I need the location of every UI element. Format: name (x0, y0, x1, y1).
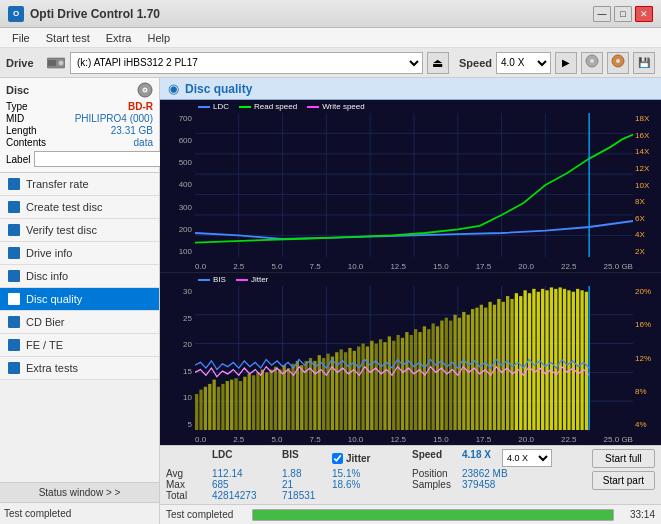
svg-rect-68 (322, 358, 325, 430)
max-bis: 21 (282, 479, 332, 490)
disc-label-input[interactable] (34, 151, 167, 167)
svg-rect-80 (375, 344, 378, 430)
progress-bar-outer (252, 509, 614, 521)
svg-rect-126 (576, 289, 579, 430)
svg-rect-67 (318, 355, 321, 430)
disc-type-row: Type BD-R (6, 101, 153, 112)
jitter-label: Jitter (346, 453, 370, 464)
sidebar-item-disc-quality[interactable]: Disc quality (0, 288, 159, 311)
disc-contents-row: Contents data (6, 137, 153, 148)
svg-rect-53 (256, 372, 259, 430)
svg-rect-51 (248, 374, 251, 430)
minimize-button[interactable]: — (593, 6, 611, 22)
speed-apply-button[interactable]: ▶ (555, 52, 577, 74)
content-header: ◉ Disc quality (160, 78, 661, 100)
menu-file[interactable]: File (4, 30, 38, 46)
sidebar-item-verify-test-disc[interactable]: Verify test disc (0, 219, 159, 242)
svg-point-9 (144, 89, 146, 91)
svg-rect-124 (567, 290, 570, 430)
start-part-button[interactable]: Start part (592, 471, 655, 490)
save-button[interactable]: 💾 (633, 52, 655, 74)
svg-rect-128 (585, 292, 588, 430)
menu-extra[interactable]: Extra (98, 30, 140, 46)
svg-rect-100 (462, 312, 465, 430)
app-title: Opti Drive Control 1.70 (30, 7, 160, 21)
chart-bottom-svg (195, 286, 633, 430)
app-logo: O (8, 6, 24, 22)
sidebar-item-drive-info[interactable]: Drive info (0, 242, 159, 265)
avg-bis: 1.88 (282, 468, 332, 479)
svg-rect-113 (519, 296, 522, 430)
svg-rect-83 (388, 336, 391, 430)
svg-rect-81 (379, 339, 382, 430)
max-jitter: 18.6% (332, 479, 412, 490)
drive-select[interactable]: (k:) ATAPI iHBS312 2 PL17 (70, 52, 423, 74)
svg-rect-82 (383, 342, 386, 430)
sidebar-item-transfer-rate[interactable]: Transfer rate (0, 173, 159, 196)
maximize-button[interactable]: □ (614, 6, 632, 22)
status-bar: Test completed (0, 502, 159, 524)
chart-bottom: BIS Jitter 30 25 20 15 10 5 (160, 273, 661, 445)
svg-rect-47 (230, 380, 233, 430)
svg-rect-88 (410, 335, 413, 430)
disc-label-row: Label ⚙ (6, 150, 153, 168)
chart-top-svg (195, 113, 633, 257)
svg-rect-41 (204, 387, 207, 430)
svg-rect-46 (226, 381, 229, 430)
status-complete-text: Test completed (166, 509, 246, 520)
speed-label: Speed (459, 57, 492, 69)
svg-rect-114 (524, 290, 527, 430)
svg-point-4 (590, 59, 594, 63)
sidebar-item-extra-tests[interactable]: Extra tests (0, 357, 159, 380)
drive-label: Drive (6, 57, 42, 69)
jitter-checkbox[interactable] (332, 453, 343, 464)
svg-rect-122 (559, 287, 562, 430)
svg-rect-108 (497, 299, 500, 430)
left-panel: Disc Type BD-R MID PHILIPRO4 (000) Lengt… (0, 78, 160, 524)
svg-point-6 (616, 59, 620, 63)
titlebar: O Opti Drive Control 1.70 — □ ✕ (0, 0, 661, 28)
svg-rect-43 (213, 380, 216, 430)
sidebar-item-fe-te[interactable]: FE / TE (0, 334, 159, 357)
svg-rect-74 (348, 348, 351, 430)
disc-button-1[interactable] (581, 52, 603, 74)
svg-rect-58 (278, 370, 281, 430)
stat-header-bis: BIS (282, 449, 332, 467)
avg-ldc: 112.14 (212, 468, 282, 479)
disc-icon (137, 82, 153, 98)
sidebar-item-create-test-disc[interactable]: Create test disc (0, 196, 159, 219)
charts-area: LDC Read speed Write speed 700 600 (160, 100, 661, 445)
eject-button[interactable]: ⏏ (427, 52, 449, 74)
disc-button-2[interactable] (607, 52, 629, 74)
menu-help[interactable]: Help (139, 30, 178, 46)
svg-rect-94 (436, 326, 439, 430)
disc-section: Disc Type BD-R MID PHILIPRO4 (000) Lengt… (0, 78, 159, 173)
svg-rect-97 (449, 321, 452, 430)
stat-header-ldc: LDC (212, 449, 282, 467)
max-ldc: 685 (212, 479, 282, 490)
close-button[interactable]: ✕ (635, 6, 653, 22)
svg-rect-119 (545, 290, 548, 430)
svg-rect-127 (580, 290, 583, 430)
svg-rect-40 (199, 390, 202, 430)
total-ldc: 42814273 (212, 490, 282, 501)
content-header-icon: ◉ (168, 81, 179, 96)
svg-rect-57 (274, 367, 277, 430)
menu-starttest[interactable]: Start test (38, 30, 98, 46)
speed-dropdown[interactable]: 4.0 X (502, 449, 552, 467)
svg-rect-87 (405, 332, 408, 430)
start-full-button[interactable]: Start full (592, 449, 655, 468)
sidebar-item-cd-bier[interactable]: CD Bier (0, 311, 159, 334)
avg-label: Avg (166, 468, 212, 479)
stat-header-speed: Speed (412, 449, 462, 467)
legend-jitter: Jitter (236, 275, 268, 284)
chart-top: LDC Read speed Write speed 700 600 (160, 100, 661, 273)
svg-rect-79 (370, 341, 373, 430)
sidebar-item-disc-info[interactable]: Disc info (0, 265, 159, 288)
speed-select[interactable]: 4.0 X (496, 52, 551, 74)
svg-rect-86 (401, 338, 404, 430)
status-window-button[interactable]: Status window > > (0, 482, 159, 502)
svg-rect-48 (234, 378, 237, 430)
svg-rect-123 (563, 289, 566, 430)
position-value: 23862 MB (462, 468, 508, 479)
